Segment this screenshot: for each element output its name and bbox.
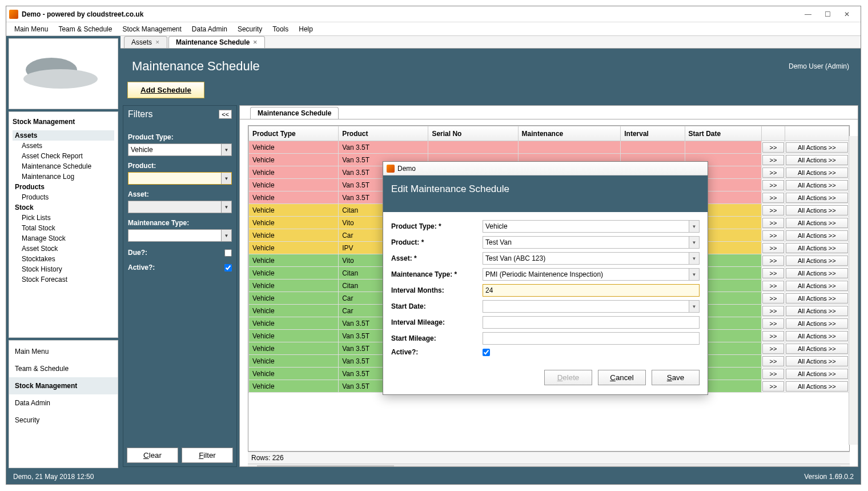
filter-button[interactable]: Filter (182, 448, 233, 463)
tab-maintenance-schedule[interactable]: Maintenance Schedule✕ (168, 36, 265, 48)
all-actions-button[interactable]: All Actions >> (786, 243, 848, 253)
more-button[interactable]: >> (762, 193, 783, 203)
tree-item[interactable]: Stock History (13, 264, 114, 274)
more-button[interactable]: >> (762, 142, 783, 153)
maximize-button[interactable]: ☐ (821, 10, 834, 19)
filter-product-type-select[interactable]: Vehicle▼ (128, 143, 232, 156)
dlg-product-type-select[interactable]: Vehicle▼ (483, 220, 700, 233)
more-button[interactable]: >> (762, 369, 783, 379)
tab-assets[interactable]: Assets✕ (124, 36, 167, 48)
tree-item[interactable]: Asset Stock (13, 243, 114, 254)
column-header[interactable] (785, 126, 849, 141)
more-button[interactable]: >> (762, 356, 783, 366)
grid-tab[interactable]: Maintenance Schedule (250, 107, 339, 119)
tree-item[interactable]: Total Stock (13, 223, 114, 233)
more-button[interactable]: >> (762, 230, 783, 241)
all-actions-button[interactable]: All Actions >> (786, 230, 848, 241)
filter-active-checkbox[interactable] (224, 264, 232, 272)
all-actions-button[interactable]: All Actions >> (786, 281, 848, 291)
menu-main[interactable]: Main Menu (10, 23, 53, 35)
menu-help[interactable]: Help (294, 23, 318, 35)
more-button[interactable]: >> (762, 381, 783, 392)
filter-product-select[interactable]: ▼ (128, 172, 232, 185)
tree-header[interactable]: Assets (13, 130, 114, 141)
more-button[interactable]: >> (762, 318, 783, 329)
dlg-asset-select[interactable]: Test Van (ABC 123)▼ (483, 252, 700, 265)
dialog-titlebar[interactable]: Demo (383, 162, 708, 175)
tree-item[interactable]: Stock Forecast (13, 274, 114, 285)
nav-link[interactable]: Stock Management (9, 377, 118, 394)
dlg-start-mileage-input[interactable] (483, 332, 700, 345)
tree-item[interactable]: Products (13, 192, 114, 202)
tree-header[interactable]: Stock (13, 202, 114, 213)
menu-security[interactable]: Security (233, 23, 267, 35)
all-actions-button[interactable]: All Actions >> (786, 155, 848, 165)
all-actions-button[interactable]: All Actions >> (786, 142, 848, 153)
more-button[interactable]: >> (762, 167, 783, 178)
table-row[interactable]: VehicleVan 3.5T>>All Actions >> (249, 141, 849, 154)
all-actions-button[interactable]: All Actions >> (786, 318, 848, 329)
column-header[interactable]: Product (339, 126, 428, 141)
close-button[interactable]: ✕ (841, 10, 853, 19)
more-button[interactable]: >> (762, 344, 783, 354)
tree-item[interactable]: Stocktakes (13, 254, 114, 264)
filter-maint-type-select[interactable]: ▼ (128, 229, 232, 242)
menu-stock[interactable]: Stock Management (118, 23, 186, 35)
close-icon[interactable]: ✕ (253, 39, 258, 45)
all-actions-button[interactable]: All Actions >> (786, 331, 848, 341)
all-actions-button[interactable]: All Actions >> (786, 344, 848, 354)
column-header[interactable]: Start Date (685, 126, 762, 141)
more-button[interactable]: >> (762, 205, 783, 215)
menu-data[interactable]: Data Admin (187, 23, 232, 35)
minimize-button[interactable]: — (802, 10, 814, 19)
all-actions-button[interactable]: All Actions >> (786, 193, 848, 203)
more-button[interactable]: >> (762, 331, 783, 341)
dlg-interval-mileage-input[interactable] (483, 316, 700, 329)
more-button[interactable]: >> (762, 180, 783, 190)
nav-link[interactable]: Team & Schedule (9, 360, 118, 377)
all-actions-button[interactable]: All Actions >> (786, 356, 848, 366)
dlg-active-checkbox[interactable] (483, 349, 490, 356)
filter-due-checkbox[interactable] (224, 249, 232, 257)
more-button[interactable]: >> (762, 218, 783, 228)
all-actions-button[interactable]: All Actions >> (786, 218, 848, 228)
all-actions-button[interactable]: All Actions >> (786, 167, 848, 178)
tree-item[interactable]: Manage Stock (13, 233, 114, 243)
save-button[interactable]: Save (652, 370, 700, 385)
more-button[interactable]: >> (762, 256, 783, 266)
all-actions-button[interactable]: All Actions >> (786, 256, 848, 266)
nav-link[interactable]: Data Admin (9, 394, 118, 412)
add-schedule-button[interactable]: Add Schedule (127, 82, 204, 98)
clear-button[interactable]: Clear (127, 448, 178, 463)
tree-header[interactable]: Products (13, 182, 114, 192)
column-header[interactable]: Interval (621, 126, 685, 141)
nav-link[interactable]: Main Menu (9, 343, 118, 360)
more-button[interactable]: >> (762, 306, 783, 316)
horizontal-scrollbar[interactable] (248, 464, 850, 466)
more-button[interactable]: >> (762, 281, 783, 291)
close-icon[interactable]: ✕ (155, 39, 160, 45)
column-header[interactable]: Serial No (428, 126, 518, 141)
column-header[interactable]: Product Type (249, 126, 339, 141)
all-actions-button[interactable]: All Actions >> (786, 306, 848, 316)
tree-item[interactable]: Maintenance Schedule (13, 161, 114, 171)
all-actions-button[interactable]: All Actions >> (786, 268, 848, 278)
dlg-interval-months-input[interactable]: 24 (483, 284, 700, 297)
dlg-product-select[interactable]: Test Van▼ (483, 236, 700, 249)
tree-item[interactable]: Maintenance Log (13, 171, 114, 182)
column-header[interactable] (762, 126, 785, 141)
all-actions-button[interactable]: All Actions >> (786, 205, 848, 215)
tree-item[interactable]: Asset Check Report (13, 151, 114, 161)
tree-item[interactable]: Assets (13, 141, 114, 151)
nav-link[interactable]: Security (9, 412, 118, 429)
tree-item[interactable]: Pick Lists (13, 213, 114, 223)
column-header[interactable]: Maintenance (518, 126, 621, 141)
dlg-start-date-input[interactable]: ▼ (483, 300, 700, 313)
dlg-maint-type-select[interactable]: PMI (Periodic Maintenence Inspection)▼ (483, 268, 700, 281)
cancel-button[interactable]: Cancel (598, 370, 646, 385)
vertical-scrollbar[interactable] (849, 136, 858, 445)
all-actions-button[interactable]: All Actions >> (786, 369, 848, 379)
all-actions-button[interactable]: All Actions >> (786, 293, 848, 304)
filter-asset-select[interactable]: ▼ (128, 201, 232, 213)
more-button[interactable]: >> (762, 268, 783, 278)
